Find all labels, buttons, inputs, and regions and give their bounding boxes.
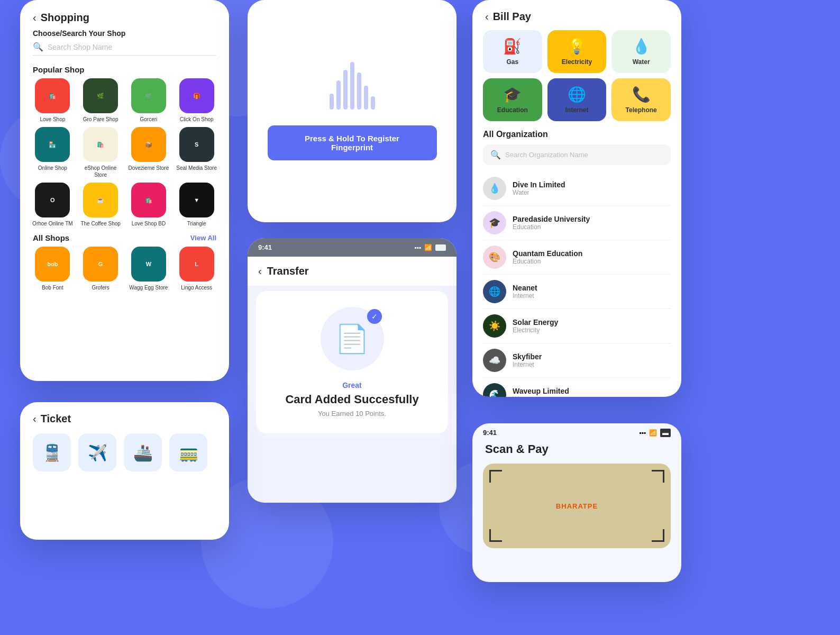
shop-item[interactable]: G Grofers xyxy=(79,247,123,291)
shop-name: eShop Online Store xyxy=(79,165,123,178)
org-list-item[interactable]: 💧 Dive In Limited Water xyxy=(483,171,671,206)
shop-item[interactable]: bob Bob Font xyxy=(31,247,75,291)
shop-search-section: Choose/Search Your Shop 🔍 Search Shop Na… xyxy=(20,29,229,61)
bill-cat-label: Electricity xyxy=(562,58,592,66)
org-logo: 🌐 xyxy=(483,280,506,303)
org-list-item[interactable]: ☀️ Solar Energy Electricity xyxy=(483,309,671,343)
bill-cat-icon: 💡 xyxy=(568,38,586,55)
search-icon: 🔍 xyxy=(33,42,43,52)
wifi-icon: 📶 xyxy=(424,244,432,251)
org-name: Waveup Limited xyxy=(513,387,569,395)
check-badge: ✓ xyxy=(367,309,382,324)
org-info: Solar Energy Electricity xyxy=(513,318,558,334)
shop-logo: 🛒 xyxy=(131,78,166,113)
shop-item[interactable]: 🏪 Online Shop xyxy=(31,127,75,178)
org-list: 💧 Dive In Limited Water 🎓 Paredaside Uni… xyxy=(483,171,671,397)
fingerprint-button[interactable]: Press & Hold To Register Fingerprint xyxy=(268,125,437,160)
shop-item[interactable]: 🛒 Gorceri xyxy=(127,78,171,123)
fingerprint-card: Press & Hold To Register Fingerprint xyxy=(248,0,456,222)
ticket-title: Ticket xyxy=(41,413,71,425)
shop-logo: ▼ xyxy=(179,183,214,217)
shop-name: Gorceri xyxy=(140,116,157,123)
shop-item[interactable]: 🌿 Gro Pare Shop xyxy=(79,78,123,123)
shop-item[interactable]: ▼ Triangle xyxy=(175,183,218,227)
shop-item[interactable]: L Lingo Access xyxy=(175,247,218,291)
shopping-card: ‹ Shopping Choose/Search Your Shop 🔍 Sea… xyxy=(20,0,229,381)
shop-logo: 🛍️ xyxy=(35,78,70,113)
org-search-input[interactable]: Search Organization Name xyxy=(505,151,588,159)
transfer-card: 9:41 ▪▪▪ 📶 ‹ Transfer 📄 ✓ Great Card Add… xyxy=(248,238,456,503)
shopping-header: ‹ Shopping xyxy=(20,0,229,29)
qr-brand-logo: BHARATPE xyxy=(556,502,598,510)
shop-item[interactable]: 🛍️ Love Shop xyxy=(31,78,75,123)
shop-item[interactable]: S Seal Media Store xyxy=(175,127,218,178)
bill-category-item[interactable]: 🌐 Internet xyxy=(547,78,607,121)
transfer-back-icon[interactable]: ‹ xyxy=(258,265,262,277)
shop-search-box[interactable]: 🔍 Search Shop Name xyxy=(33,42,216,56)
org-logo: 🎨 xyxy=(483,246,506,269)
org-list-item[interactable]: ☁️ Skyfiber Internet xyxy=(483,343,671,378)
bill-category-item[interactable]: 📞 Telephone xyxy=(611,78,671,121)
ticket-back-icon[interactable]: ‹ xyxy=(33,413,36,425)
bill-category-item[interactable]: 🎓 Education xyxy=(483,78,542,121)
wave-bar xyxy=(364,86,368,110)
scanpay-battery: ▬ xyxy=(660,429,671,437)
bill-cat-label: Gas xyxy=(506,58,518,66)
org-list-item[interactable]: 🌐 Neanet Internet xyxy=(483,275,671,309)
org-list-item[interactable]: 🎓 Paredaside University Education xyxy=(483,206,671,240)
org-name: Solar Energy xyxy=(513,318,558,326)
billpay-back-icon[interactable]: ‹ xyxy=(485,11,489,23)
org-name: Neanet xyxy=(513,284,537,292)
org-type: Electricity xyxy=(513,326,558,334)
shop-item[interactable]: 🛍️ Love Shop BD xyxy=(127,183,171,227)
qr-corner-br xyxy=(652,529,664,542)
shop-logo: O xyxy=(35,183,70,217)
back-icon[interactable]: ‹ xyxy=(33,12,36,24)
scanpay-qr-area: BHARATPE xyxy=(483,464,671,548)
shop-item[interactable]: 📦 Dovezieme Store xyxy=(127,127,171,178)
wave-bar xyxy=(336,80,341,110)
all-shops-header: All Shops View All xyxy=(20,231,229,247)
wave-bar xyxy=(343,70,348,110)
org-list-item[interactable]: 🎨 Quantam Education Education xyxy=(483,240,671,275)
billpay-card: ‹ Bill Pay ⛽ Gas 💡 Electricity 💧 Water 🎓… xyxy=(472,0,681,397)
bill-category-item[interactable]: 💧 Water xyxy=(611,30,671,73)
shop-item[interactable]: ☕ The Coffee Shop xyxy=(79,183,123,227)
org-name: Skyfiber xyxy=(513,352,542,361)
shop-item[interactable]: 🛍️ eShop Online Store xyxy=(79,127,123,178)
org-list-item[interactable]: 🌊 Waveup Limited Water xyxy=(483,378,671,397)
shop-logo: G xyxy=(83,247,118,282)
ticket-icon-item[interactable]: 🚃 xyxy=(169,433,207,471)
org-info: Waveup Limited Water xyxy=(513,387,569,397)
shop-item[interactable]: W Wagg Egg Store xyxy=(127,247,171,291)
qr-corner-bl xyxy=(489,529,502,542)
all-org-section: All Organization 🔍 Search Organization N… xyxy=(472,130,681,397)
success-great-label: Great xyxy=(342,381,362,389)
shop-logo: 🛍️ xyxy=(83,127,118,162)
shop-name: Triangle xyxy=(187,220,206,227)
shop-item[interactable]: 🎁 Click On Shop xyxy=(175,78,218,123)
ticket-icon-item[interactable]: 🚆 xyxy=(33,433,71,471)
scanpay-title: Scan & Pay xyxy=(485,442,669,456)
org-type: Education xyxy=(513,223,590,231)
all-shops-title: All Shops xyxy=(33,233,69,242)
org-type: Internet xyxy=(513,361,542,368)
view-all-link[interactable]: View All xyxy=(190,234,216,242)
shop-name: Orhoe Online TM xyxy=(32,220,73,227)
shop-name: Click On Shop xyxy=(180,116,214,123)
bill-category-item[interactable]: 💡 Electricity xyxy=(547,30,607,73)
ticket-icon-item[interactable]: 🚢 xyxy=(124,433,162,471)
org-search-box[interactable]: 🔍 Search Organization Name xyxy=(483,144,671,165)
success-subtitle: You Earned 10 Points. xyxy=(318,410,386,418)
ticket-icon-item[interactable]: ✈️ xyxy=(78,433,116,471)
org-search-icon: 🔍 xyxy=(490,150,501,160)
bill-category-item[interactable]: ⛽ Gas xyxy=(483,30,542,73)
shop-item[interactable]: O Orhoe Online TM xyxy=(31,183,75,227)
shop-logo: 🎁 xyxy=(179,78,214,113)
scanpay-time: 9:41 xyxy=(483,429,497,437)
bill-cat-icon: 💧 xyxy=(632,38,651,55)
bill-cat-icon: 🌐 xyxy=(568,86,586,103)
shop-search-input[interactable]: Search Shop Name xyxy=(48,43,112,51)
bill-cat-label: Internet xyxy=(565,106,588,114)
transfer-status-bar: 9:41 ▪▪▪ 📶 xyxy=(248,238,456,257)
